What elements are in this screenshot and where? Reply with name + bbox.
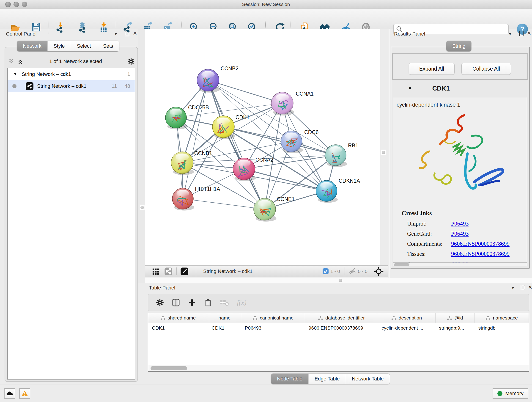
cloud-button[interactable] [4, 388, 15, 399]
gene-description: cyclin-dependent kinase 1 [397, 102, 527, 108]
network-canvas[interactable]: CCNB2CCNA1CDC25BCDK1CDC6RB1CCNB1CCNA2CDK… [145, 29, 380, 265]
results-scrollbar-thumb[interactable] [394, 263, 409, 266]
tab-style[interactable]: Style [48, 41, 71, 51]
collapse-panel-icon[interactable]: ▼ [114, 32, 118, 37]
cytoscape-window: Session: New Session [0, 0, 532, 402]
crosslink-link[interactable]: P06493 [451, 261, 469, 263]
collapse-panel-icon[interactable]: ▼ [511, 285, 515, 291]
footer-separator [345, 268, 345, 275]
tab-select[interactable]: Select [71, 41, 97, 51]
column-header[interactable]: description [378, 313, 435, 323]
collapse-panel-icon[interactable]: ▼ [508, 32, 512, 37]
table-cell[interactable]: 9606.ENSP00000378699 [305, 323, 378, 333]
crosslink-label: Pharos: [407, 261, 451, 263]
table-row[interactable]: CDK1CDK1P064939606.ENSP00000378699cyclin… [148, 323, 529, 333]
gene-section-header[interactable]: ▼ CDK1 [392, 81, 528, 96]
column-header[interactable]: name [208, 313, 241, 323]
show-columns-icon[interactable] [172, 298, 180, 307]
title-bar: Session: New Session [0, 0, 532, 9]
birdseye-crosshair-icon[interactable] [374, 267, 384, 276]
tab-edge-table[interactable]: Edge Table [309, 374, 346, 384]
float-panel-icon[interactable] [125, 31, 129, 36]
column-header[interactable]: canonical name [241, 313, 305, 323]
tree-expand-icon[interactable]: ▼ [13, 72, 17, 77]
crosslink-link[interactable]: 9606.ENSP00000378699 [451, 241, 510, 247]
close-panel-icon[interactable]: ✕ [528, 285, 532, 290]
node-table: shared namenamecanonical namedatabase id… [148, 313, 529, 365]
delete-table-icon[interactable] [220, 299, 229, 306]
tab-network-table[interactable]: Network Table [346, 374, 390, 384]
svg-text:CCNA1: CCNA1 [296, 91, 314, 97]
close-panel-icon[interactable]: ✕ [527, 31, 531, 36]
crosslink-label: Uniprot: [407, 220, 451, 227]
table-settings-gear-icon[interactable] [156, 298, 164, 307]
crosslink-row: Pharos: P06493 [407, 261, 527, 263]
column-type-icon [160, 316, 165, 320]
column-header[interactable]: database identifier [305, 313, 378, 323]
right-splitter-handle[interactable] [381, 150, 386, 155]
column-header[interactable]: shared name [148, 313, 208, 323]
left-splitter[interactable] [138, 29, 145, 283]
collection-count: 1 [127, 71, 130, 77]
float-panel-icon[interactable] [521, 285, 525, 290]
tab-sets[interactable]: Sets [97, 41, 119, 51]
close-panel-icon[interactable]: ✕ [133, 31, 137, 36]
table-scrollbar-thumb[interactable] [151, 366, 187, 370]
right-splitter[interactable] [380, 29, 391, 265]
results-panel-tabs: String [446, 41, 471, 51]
grid-view-icon[interactable] [152, 267, 160, 276]
table-cell[interactable]: stringdb:9... [435, 323, 475, 333]
table-cell[interactable]: stringdb [475, 323, 529, 333]
memory-button[interactable]: Memory [493, 388, 528, 399]
network-graph[interactable]: CCNB2CCNA1CDC25BCDK1CDC6RB1CCNB1CCNA2CDK… [145, 29, 380, 265]
network-options-gear-icon[interactable] [127, 58, 135, 65]
tab-network[interactable]: Network [17, 41, 48, 51]
expand-all-button[interactable]: Expand All [409, 63, 455, 75]
expand-all-icon[interactable] [17, 58, 24, 64]
section-collapse-icon[interactable]: ▼ [408, 86, 412, 91]
crosslink-link[interactable]: 9606.ENSP00000378699 [451, 251, 510, 257]
left-splitter-handle[interactable] [139, 205, 145, 210]
table-cell[interactable]: CDK1 [208, 323, 241, 333]
cloud-icon [6, 391, 13, 396]
results-scrollbar[interactable] [393, 263, 527, 267]
column-type-icon [447, 316, 452, 320]
tab-node-table[interactable]: Node Table [271, 374, 309, 384]
create-column-icon[interactable] [188, 298, 196, 307]
float-panel-icon[interactable] [519, 31, 524, 36]
panel-divider [389, 29, 389, 278]
table-cell[interactable]: P06493 [241, 323, 305, 333]
footer-separator [176, 268, 177, 275]
table-cell[interactable]: CDK1 [148, 323, 208, 333]
table-cell[interactable]: cyclin-dependent ... [378, 323, 435, 333]
selected-checkbox-icon[interactable] [322, 268, 329, 275]
selected-counts: 1 - 0 [330, 269, 340, 274]
delete-column-icon[interactable] [204, 298, 212, 307]
tab-string[interactable]: String [446, 41, 471, 51]
window-title: Session: New Session [0, 0, 532, 9]
crosslink-link[interactable]: P06493 [451, 230, 469, 237]
protein-structure-image [406, 110, 514, 208]
collapse-all-button[interactable]: Collapse All [462, 63, 511, 75]
network-type-icon [26, 82, 33, 90]
collapse-all-icon[interactable] [8, 58, 15, 64]
table-panel-header: Table Panel ▼ ✕ [145, 283, 532, 294]
hidden-counts: 0 - 0 [358, 269, 367, 274]
network-collection-row[interactable]: ▼ String Network – cdk1 1 [8, 68, 135, 80]
crosslink-link[interactable]: P06493 [451, 220, 469, 227]
link-view-icon[interactable] [164, 267, 173, 276]
warning-button[interactable] [19, 388, 30, 399]
table-panel-title: Table Panel [149, 285, 175, 291]
column-header[interactable]: namespace [475, 313, 529, 323]
horizontal-splitter[interactable] [145, 278, 532, 283]
memory-label: Memory [505, 390, 523, 396]
column-header[interactable]: @id [435, 313, 475, 323]
table-scrollbar[interactable] [148, 365, 529, 372]
warning-icon [21, 390, 28, 397]
crosslink-row: GeneCard: P06493 [407, 230, 527, 237]
status-bar: Memory [0, 385, 532, 402]
network-row[interactable]: String Network – cdk1 11 48 [8, 80, 135, 92]
svg-text:RB1: RB1 [348, 143, 358, 148]
horizontal-splitter-handle[interactable] [338, 278, 343, 283]
open-in-new-window-icon[interactable] [180, 267, 189, 276]
